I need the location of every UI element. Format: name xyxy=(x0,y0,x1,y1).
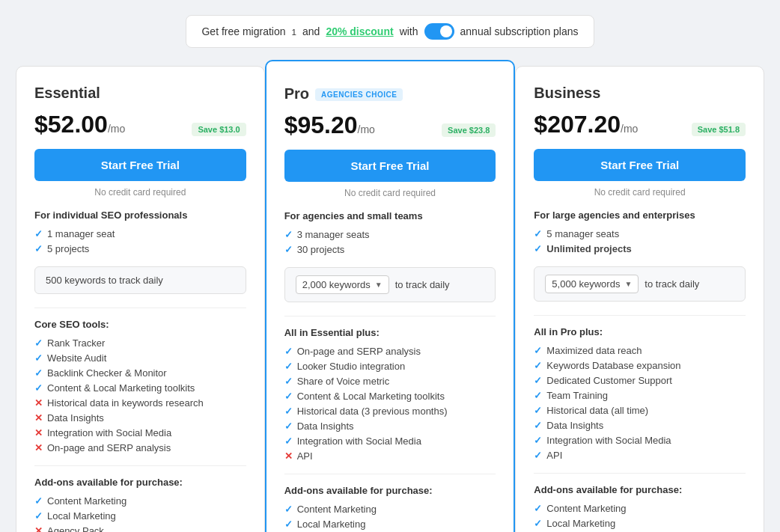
plan-tagline: For agencies and small teams xyxy=(284,210,496,221)
core-features-list: ✓ Maximized data reach ✓ Keywords Databa… xyxy=(534,345,746,461)
plan-name: Business xyxy=(534,85,746,102)
check-icon: ✓ xyxy=(534,243,542,254)
keywords-select[interactable]: 5,000 keywords ▼ xyxy=(545,275,639,293)
addon-item: ✓ Content Marketing xyxy=(284,504,496,515)
feature-label: Data Insights xyxy=(297,421,354,432)
projects-item: ✓Unlimited projects xyxy=(534,243,746,254)
footnote-sup: 1 xyxy=(292,27,296,37)
feature-label: Integration with Social Media xyxy=(47,427,171,438)
addons-section-title: Add-ons available for purchase: xyxy=(534,484,746,495)
check-icon: ✓ xyxy=(534,503,542,514)
seats-list: ✓1 manager seat ✓5 projects xyxy=(34,228,246,254)
feature-label: Integration with Social Media xyxy=(297,435,421,447)
addon-label: Content Marketing xyxy=(297,504,377,515)
check-icon: ✓ xyxy=(534,450,542,461)
check-icon: ✓ xyxy=(534,390,542,401)
check-icon: ✓ xyxy=(284,376,293,387)
addon-label: Content Marketing xyxy=(546,503,626,514)
keywords-after: to track daily xyxy=(395,279,450,290)
chevron-down-icon: ▼ xyxy=(375,281,383,289)
save-badge: Save $13.0 xyxy=(192,123,246,136)
price-period: /mo xyxy=(108,123,125,135)
check-icon: ✓ xyxy=(284,244,293,255)
seats-item: ✓1 manager seat xyxy=(34,228,246,239)
projects-label: Unlimited projects xyxy=(546,243,631,254)
annual-toggle[interactable] xyxy=(424,23,454,40)
addons-section-title: Add-ons available for purchase: xyxy=(284,485,496,496)
discount-text: 20% discount xyxy=(326,25,393,37)
check-icon: ✓ xyxy=(284,519,293,530)
price-row: $95.20/mo Save $23.8 xyxy=(284,111,496,139)
check-icon: ✓ xyxy=(284,346,293,357)
keywords-after: to track daily xyxy=(645,278,699,290)
price-row: $207.20/mo Save $51.8 xyxy=(534,111,746,138)
cross-icon: ✕ xyxy=(34,427,43,438)
check-icon: ✓ xyxy=(534,420,542,431)
feature-item: ✕ Historical data in keywords research xyxy=(34,397,246,409)
check-icon: ✓ xyxy=(534,345,542,356)
price: $207.20/mo xyxy=(534,111,638,138)
check-icon: ✓ xyxy=(34,352,43,364)
addon-item: ✓ Local Marketing xyxy=(534,518,746,529)
seats-item: ✓3 manager seats xyxy=(284,229,496,240)
feature-label: Historical data (3 previous months) xyxy=(297,406,448,417)
trial-button[interactable]: Start Free Trial xyxy=(284,150,496,182)
feature-item: ✓ Share of Voice metric xyxy=(284,376,496,387)
save-badge: Save $23.8 xyxy=(442,123,496,137)
plan-tagline: For large agencies and enterprises xyxy=(534,210,746,221)
addon-label: Agency Pack xyxy=(47,525,104,532)
feature-label: Team Training xyxy=(546,390,608,401)
feature-item: ✓ Looker Studio integration xyxy=(284,361,496,372)
cross-icon: ✕ xyxy=(34,397,43,409)
feature-label: Rank Tracker xyxy=(47,337,105,349)
core-section-title: All in Essential plus: xyxy=(284,327,496,338)
price: $95.20/mo xyxy=(284,111,375,139)
check-icon: ✓ xyxy=(284,421,293,432)
plans-container: Essential $52.00/mo Save $13.0 Start Fre… xyxy=(16,66,764,532)
feature-label: Data Insights xyxy=(546,420,603,431)
keywords-box: 2,000 keywords ▼ to track daily xyxy=(284,267,496,302)
seats-list: ✓3 manager seats ✓30 projects xyxy=(284,229,496,255)
addon-item: ✕ Agency Pack xyxy=(34,525,246,532)
addons-list: ✓ Content Marketing ✓ Local Marketing ✓ … xyxy=(534,503,746,532)
feature-item: ✕ API xyxy=(284,450,496,462)
feature-item: ✓ API xyxy=(534,450,746,461)
keywords-select[interactable]: 2,000 keywords ▼ xyxy=(296,275,389,294)
divider xyxy=(534,473,746,474)
check-icon: ✓ xyxy=(534,518,542,529)
price-period: /mo xyxy=(621,123,638,135)
plan-tagline: For individual SEO professionals xyxy=(34,210,246,221)
check-icon: ✓ xyxy=(284,391,293,402)
feature-label: API xyxy=(297,450,313,462)
banner-text-after: with xyxy=(400,25,418,37)
feature-item: ✓ Website Audit xyxy=(34,352,246,364)
core-section-title: Core SEO tools: xyxy=(34,319,246,330)
check-icon: ✓ xyxy=(284,229,293,240)
feature-label: Keywords Database expansion xyxy=(546,360,680,371)
plan-card-essential: Essential $52.00/mo Save $13.0 Start Fre… xyxy=(16,66,265,532)
keywords-box: 500 keywords to track daily xyxy=(34,266,246,294)
addon-item: ✓ Content Marketing xyxy=(534,503,746,514)
addon-label: Local Marketing xyxy=(47,510,116,522)
price-main: $207.20 xyxy=(534,111,621,138)
core-features-list: ✓ Rank Tracker ✓ Website Audit ✓ Backlin… xyxy=(34,337,246,453)
plan-card-business: Business $207.20/mo Save $51.8 Start Fre… xyxy=(515,66,764,532)
check-icon: ✓ xyxy=(34,228,43,239)
feature-item: ✓ On-page and SERP analysis xyxy=(284,346,496,357)
feature-label: Historical data in keywords research xyxy=(47,397,204,409)
core-section-title: All in Pro plus: xyxy=(534,326,746,337)
top-banner: Get free migration1 and 20% discount wit… xyxy=(186,15,594,48)
trial-button[interactable]: Start Free Trial xyxy=(34,149,246,181)
check-icon: ✓ xyxy=(284,504,293,515)
chevron-down-icon: ▼ xyxy=(624,280,632,288)
feature-item: ✓ Maximized data reach xyxy=(534,345,746,356)
no-credit-card-text: No credit card required xyxy=(34,187,246,198)
keywords-value: 5,000 keywords xyxy=(552,278,620,290)
trial-button[interactable]: Start Free Trial xyxy=(534,149,746,181)
feature-item: ✓ Historical data (all time) xyxy=(534,405,746,416)
check-icon: ✓ xyxy=(284,435,293,447)
seats-label: 3 manager seats xyxy=(297,229,370,240)
keywords-value: 2,000 keywords xyxy=(302,279,371,290)
feature-label: API xyxy=(546,450,562,461)
feature-item: ✕ Integration with Social Media xyxy=(34,427,246,438)
